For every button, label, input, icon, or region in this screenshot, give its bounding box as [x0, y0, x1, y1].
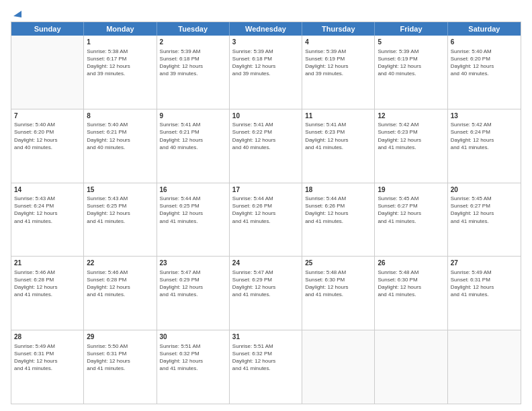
- cell-info: Sunrise: 5:49 AM Sunset: 6:31 PM Dayligh…: [14, 342, 81, 373]
- table-row: 20Sunrise: 5:45 AM Sunset: 6:27 PM Dayli…: [448, 183, 521, 257]
- cell-info: Sunrise: 5:39 AM Sunset: 6:19 PM Dayligh…: [305, 48, 371, 78]
- table-row: 17Sunrise: 5:44 AM Sunset: 6:26 PM Dayli…: [230, 183, 302, 257]
- table-row: 7Sunrise: 5:40 AM Sunset: 6:20 PM Daylig…: [11, 109, 84, 183]
- day-number: 25: [305, 259, 371, 268]
- table-row: 13Sunrise: 5:42 AM Sunset: 6:24 PM Dayli…: [448, 109, 521, 183]
- day-number: 17: [232, 185, 299, 195]
- day-number: 26: [378, 259, 444, 268]
- day-number: 29: [87, 332, 153, 342]
- day-number: 27: [451, 259, 518, 268]
- table-row: [448, 330, 521, 404]
- day-number: 28: [14, 332, 81, 342]
- cell-info: Sunrise: 5:39 AM Sunset: 6:18 PM Dayligh…: [160, 48, 226, 78]
- table-row: 21Sunrise: 5:46 AM Sunset: 6:28 PM Dayli…: [11, 257, 84, 330]
- day-number: 1: [87, 38, 153, 47]
- header: [11, 8, 521, 16]
- cell-info: Sunrise: 5:48 AM Sunset: 6:30 PM Dayligh…: [305, 269, 371, 299]
- cell-info: Sunrise: 5:46 AM Sunset: 6:28 PM Dayligh…: [87, 269, 153, 299]
- table-row: 25Sunrise: 5:48 AM Sunset: 6:30 PM Dayli…: [302, 257, 375, 330]
- day-number: 16: [160, 185, 226, 195]
- calendar-row-3: 14Sunrise: 5:43 AM Sunset: 6:24 PM Dayli…: [11, 183, 521, 257]
- calendar-row-1: 1Sunrise: 5:38 AM Sunset: 6:17 PM Daylig…: [11, 36, 521, 109]
- cell-info: Sunrise: 5:41 AM Sunset: 6:21 PM Dayligh…: [160, 121, 226, 151]
- day-number: 21: [14, 259, 81, 268]
- cell-info: Sunrise: 5:41 AM Sunset: 6:23 PM Dayligh…: [305, 121, 371, 151]
- table-row: 26Sunrise: 5:48 AM Sunset: 6:30 PM Dayli…: [375, 257, 447, 330]
- cell-info: Sunrise: 5:43 AM Sunset: 6:24 PM Dayligh…: [14, 195, 81, 225]
- day-number: 15: [87, 185, 153, 195]
- table-row: 18Sunrise: 5:44 AM Sunset: 6:26 PM Dayli…: [302, 183, 375, 257]
- header-day-friday: Friday: [375, 22, 447, 36]
- day-number: 31: [232, 332, 299, 342]
- day-number: 19: [378, 185, 444, 195]
- table-row: 9Sunrise: 5:41 AM Sunset: 6:21 PM Daylig…: [157, 109, 230, 183]
- calendar-row-4: 21Sunrise: 5:46 AM Sunset: 6:28 PM Dayli…: [11, 257, 521, 330]
- table-row: [375, 330, 447, 404]
- day-number: 24: [232, 259, 299, 268]
- day-number: 20: [451, 185, 518, 195]
- table-row: 4Sunrise: 5:39 AM Sunset: 6:19 PM Daylig…: [302, 36, 375, 109]
- cell-info: Sunrise: 5:38 AM Sunset: 6:17 PM Dayligh…: [87, 48, 153, 78]
- day-number: 2: [160, 38, 226, 47]
- day-number: 30: [160, 332, 226, 342]
- header-day-saturday: Saturday: [448, 22, 521, 36]
- day-number: 3: [232, 38, 299, 47]
- table-row: [302, 330, 375, 404]
- table-row: 22Sunrise: 5:46 AM Sunset: 6:28 PM Dayli…: [84, 257, 157, 330]
- header-day-monday: Monday: [84, 22, 157, 36]
- cell-info: Sunrise: 5:39 AM Sunset: 6:19 PM Dayligh…: [378, 48, 444, 78]
- cell-info: Sunrise: 5:44 AM Sunset: 6:25 PM Dayligh…: [160, 195, 226, 225]
- cell-info: Sunrise: 5:40 AM Sunset: 6:20 PM Dayligh…: [451, 48, 518, 78]
- table-row: 6Sunrise: 5:40 AM Sunset: 6:20 PM Daylig…: [448, 36, 521, 109]
- table-row: [11, 36, 84, 109]
- day-number: 6: [451, 38, 518, 47]
- table-row: 14Sunrise: 5:43 AM Sunset: 6:24 PM Dayli…: [11, 183, 84, 257]
- table-row: 27Sunrise: 5:49 AM Sunset: 6:31 PM Dayli…: [448, 257, 521, 330]
- day-number: 12: [378, 111, 444, 121]
- cell-info: Sunrise: 5:40 AM Sunset: 6:21 PM Dayligh…: [87, 121, 153, 151]
- cell-info: Sunrise: 5:51 AM Sunset: 6:32 PM Dayligh…: [160, 342, 226, 373]
- day-number: 11: [305, 111, 371, 121]
- cell-info: Sunrise: 5:39 AM Sunset: 6:18 PM Dayligh…: [232, 48, 299, 78]
- table-row: 2Sunrise: 5:39 AM Sunset: 6:18 PM Daylig…: [157, 36, 230, 109]
- cell-info: Sunrise: 5:44 AM Sunset: 6:26 PM Dayligh…: [232, 195, 299, 225]
- header-day-wednesday: Wednesday: [230, 22, 302, 36]
- cell-info: Sunrise: 5:42 AM Sunset: 6:23 PM Dayligh…: [378, 121, 444, 151]
- calendar-row-5: 28Sunrise: 5:49 AM Sunset: 6:31 PM Dayli…: [11, 330, 521, 404]
- table-row: 11Sunrise: 5:41 AM Sunset: 6:23 PM Dayli…: [302, 109, 375, 183]
- table-row: 29Sunrise: 5:50 AM Sunset: 6:31 PM Dayli…: [84, 330, 157, 404]
- table-row: 23Sunrise: 5:47 AM Sunset: 6:29 PM Dayli…: [157, 257, 230, 330]
- calendar: SundayMondayTuesdayWednesdayThursdayFrid…: [11, 21, 521, 404]
- logo-icon: [12, 8, 21, 17]
- header-day-thursday: Thursday: [302, 22, 375, 36]
- calendar-body: 1Sunrise: 5:38 AM Sunset: 6:17 PM Daylig…: [11, 36, 521, 404]
- day-number: 10: [232, 111, 299, 121]
- cell-info: Sunrise: 5:48 AM Sunset: 6:30 PM Dayligh…: [378, 269, 444, 299]
- table-row: 30Sunrise: 5:51 AM Sunset: 6:32 PM Dayli…: [157, 330, 230, 404]
- day-number: 4: [305, 38, 371, 47]
- cell-info: Sunrise: 5:41 AM Sunset: 6:22 PM Dayligh…: [232, 121, 299, 151]
- table-row: 19Sunrise: 5:45 AM Sunset: 6:27 PM Dayli…: [375, 183, 447, 257]
- day-number: 8: [87, 111, 153, 121]
- cell-info: Sunrise: 5:42 AM Sunset: 6:24 PM Dayligh…: [451, 121, 518, 151]
- table-row: 24Sunrise: 5:47 AM Sunset: 6:29 PM Dayli…: [230, 257, 302, 330]
- day-number: 23: [160, 259, 226, 268]
- table-row: 5Sunrise: 5:39 AM Sunset: 6:19 PM Daylig…: [375, 36, 447, 109]
- cell-info: Sunrise: 5:46 AM Sunset: 6:28 PM Dayligh…: [14, 269, 81, 299]
- cell-info: Sunrise: 5:40 AM Sunset: 6:20 PM Dayligh…: [14, 121, 81, 151]
- table-row: 28Sunrise: 5:49 AM Sunset: 6:31 PM Dayli…: [11, 330, 84, 404]
- cell-info: Sunrise: 5:51 AM Sunset: 6:32 PM Dayligh…: [232, 342, 299, 373]
- day-number: 14: [14, 185, 81, 195]
- cell-info: Sunrise: 5:44 AM Sunset: 6:26 PM Dayligh…: [305, 195, 371, 225]
- day-number: 5: [378, 38, 444, 47]
- day-number: 7: [14, 111, 81, 121]
- cell-info: Sunrise: 5:49 AM Sunset: 6:31 PM Dayligh…: [451, 269, 518, 299]
- day-number: 18: [305, 185, 371, 195]
- table-row: 31Sunrise: 5:51 AM Sunset: 6:32 PM Dayli…: [230, 330, 302, 404]
- cell-info: Sunrise: 5:45 AM Sunset: 6:27 PM Dayligh…: [451, 195, 518, 225]
- day-number: 22: [87, 259, 153, 268]
- header-day-sunday: Sunday: [11, 22, 84, 36]
- table-row: 8Sunrise: 5:40 AM Sunset: 6:21 PM Daylig…: [84, 109, 157, 183]
- table-row: 15Sunrise: 5:43 AM Sunset: 6:25 PM Dayli…: [84, 183, 157, 257]
- table-row: 12Sunrise: 5:42 AM Sunset: 6:23 PM Dayli…: [375, 109, 447, 183]
